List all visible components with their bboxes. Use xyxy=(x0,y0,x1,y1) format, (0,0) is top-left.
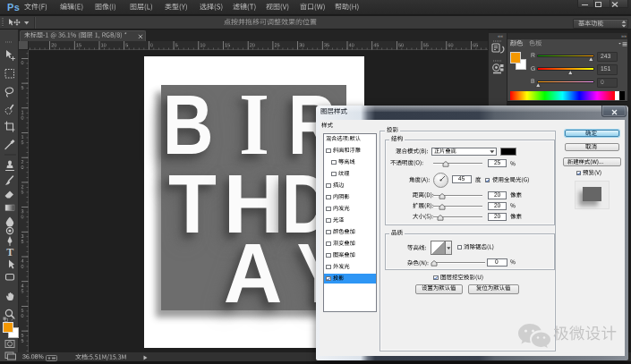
svg-text:T: T xyxy=(6,246,13,258)
